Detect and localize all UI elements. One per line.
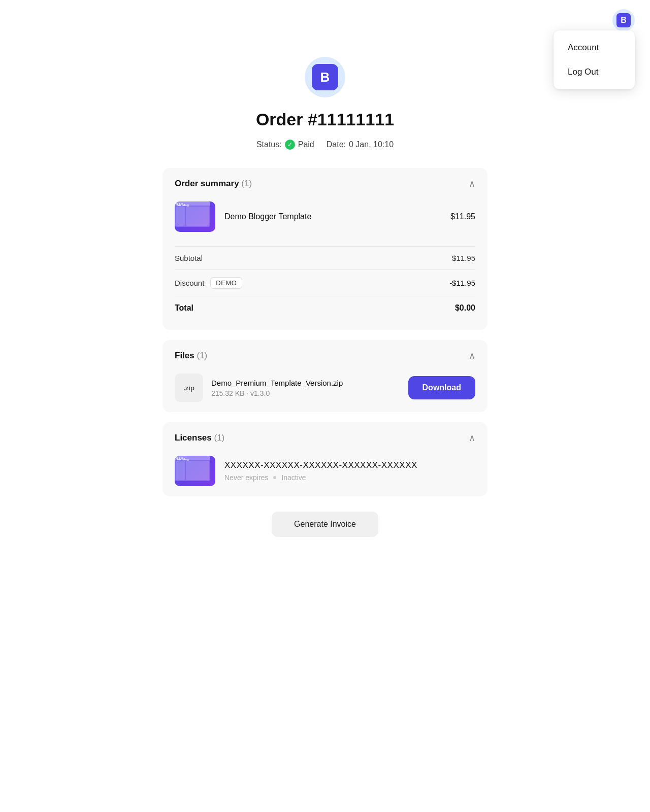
license-mini-body	[175, 460, 210, 481]
licenses-section: Licenses (1) ∧ Air Mag	[162, 422, 488, 496]
invoice-btn-wrap: Generate Invoice	[162, 512, 488, 537]
lic-col-sidebar	[176, 461, 185, 480]
order-summary-header[interactable]: Order summary (1) ∧	[175, 178, 475, 189]
files-title: Files (1)	[175, 351, 207, 361]
files-body: .zip Demo_Premium_Template_Version.zip 2…	[175, 374, 475, 402]
dropdown-menu: Account Log Out	[554, 30, 635, 89]
download-button[interactable]: Download	[408, 376, 475, 399]
subtotal-line: Subtotal $11.95	[175, 246, 475, 269]
date-group: Date: 0 Jan, 10:10	[327, 140, 394, 149]
order-summary-count: (1)	[241, 179, 252, 188]
file-info: Demo_Premium_Template_Version.zip 215.32…	[211, 379, 400, 397]
avatar-button[interactable]: B	[612, 9, 635, 31]
order-summary-title: Order summary (1)	[175, 179, 252, 189]
files-header[interactable]: Files (1) ∧	[175, 350, 475, 361]
total-label: Total	[175, 303, 193, 313]
total-line: Total $0.00	[175, 296, 475, 320]
mini-col-main	[186, 207, 209, 226]
mini-col-sidebar	[176, 207, 185, 226]
license-thumbnail: Air Mag	[175, 456, 215, 486]
files-count: (1)	[197, 351, 207, 360]
logo-icon: B	[312, 64, 338, 90]
license-meta: Never expires Inactive	[224, 473, 417, 482]
discount-value: -$11.95	[449, 279, 475, 287]
order-summary-section: Order summary (1) ∧ Air Mag	[162, 168, 488, 330]
lic-col-main	[186, 461, 209, 480]
license-details: XXXXXX-XXXXXX-XXXXXX-XXXXXX-XXXXXX Never…	[224, 460, 417, 482]
order-meta: Status: ✓ Paid Date: 0 Jan, 10:10	[162, 140, 488, 150]
license-separator-dot	[273, 476, 276, 479]
license-row: Air Mag XXXXXX-XXXXXX-X	[175, 456, 475, 486]
product-row: Air Mag Demo Blogger Template	[175, 201, 475, 232]
file-meta: 215.32 KB · v1.3.0	[211, 389, 400, 397]
product-name: Demo Blogger Template	[224, 212, 441, 221]
licenses-header[interactable]: Licenses (1) ∧	[175, 432, 475, 444]
licenses-chevron-icon: ∧	[469, 432, 475, 444]
dropdown-logout[interactable]: Log Out	[554, 60, 635, 84]
licenses-title: Licenses (1)	[175, 433, 224, 443]
check-icon: ✓	[285, 140, 295, 150]
license-expires: Never expires	[224, 473, 268, 482]
product-thumbnail: Air Mag	[175, 201, 215, 232]
license-key: XXXXXX-XXXXXX-XXXXXX-XXXXXX-XXXXXX	[224, 460, 417, 470]
thumb-label: Air Mag	[177, 204, 189, 207]
subtotal-value: $11.95	[452, 254, 475, 262]
license-status: Inactive	[281, 473, 306, 482]
chevron-up-icon: ∧	[469, 178, 475, 189]
total-value: $0.00	[455, 303, 475, 313]
discount-label-group: Discount DEMO	[175, 277, 242, 289]
status-group: Status: ✓ Paid	[256, 140, 314, 150]
subtotal-label: Subtotal	[175, 254, 203, 262]
avatar-icon: B	[616, 13, 631, 27]
date-value: 0 Jan, 10:10	[349, 140, 394, 149]
discount-line: Discount DEMO -$11.95	[175, 269, 475, 296]
file-row: .zip Demo_Premium_Template_Version.zip 2…	[175, 374, 475, 402]
order-summary-body: Air Mag Demo Blogger Template	[175, 201, 475, 320]
file-name: Demo_Premium_Template_Version.zip	[211, 379, 400, 387]
order-title: Order #11111111	[162, 110, 488, 129]
discount-code-badge: DEMO	[210, 277, 242, 289]
product-price: $11.95	[450, 212, 475, 221]
main-content: B Order #11111111 Status: ✓ Paid Date: 0…	[152, 31, 498, 567]
date-label: Date:	[327, 140, 346, 149]
top-bar: B	[0, 0, 650, 31]
files-section: Files (1) ∧ .zip Demo_Premium_Template_V…	[162, 340, 488, 412]
files-chevron-icon: ∧	[469, 350, 475, 361]
licenses-count: (1)	[214, 433, 225, 443]
dropdown-account[interactable]: Account	[554, 36, 635, 60]
file-type-icon: .zip	[175, 374, 203, 402]
mini-browser-body	[175, 206, 210, 227]
status-label: Status:	[256, 140, 282, 149]
logo-circle: B	[305, 57, 345, 97]
status-value: Paid	[298, 140, 314, 149]
license-thumb-label: Air Mag	[177, 458, 189, 461]
generate-invoice-button[interactable]: Generate Invoice	[272, 512, 378, 537]
licenses-body: Air Mag XXXXXX-XXXXXX-X	[175, 456, 475, 486]
